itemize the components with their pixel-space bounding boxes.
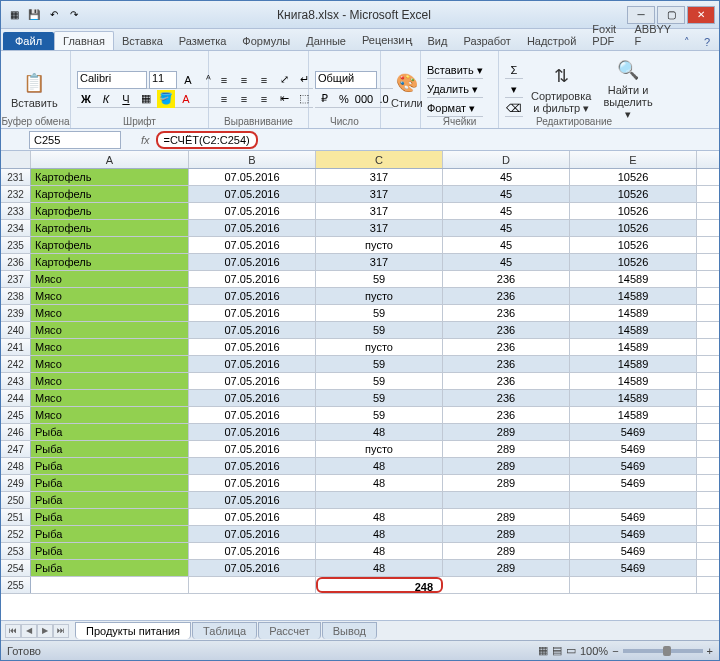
row-header[interactable]: 248 (1, 458, 31, 474)
cell[interactable]: 14589 (570, 271, 697, 287)
align-left-icon[interactable]: ≡ (215, 90, 233, 108)
row-header[interactable]: 241 (1, 339, 31, 355)
cell[interactable]: 07.05.2016 (189, 407, 316, 423)
cell[interactable]: Мясо (31, 305, 189, 321)
align-right-icon[interactable]: ≡ (255, 90, 273, 108)
cell[interactable]: Картофель (31, 203, 189, 219)
cell[interactable]: пусто (316, 441, 443, 457)
cell[interactable]: 236 (443, 339, 570, 355)
cell[interactable]: 48 (316, 475, 443, 491)
cell[interactable]: 289 (443, 424, 570, 440)
result-cell[interactable]: 248 (316, 577, 443, 593)
cell[interactable]: 59 (316, 271, 443, 287)
cell[interactable]: 45 (443, 237, 570, 253)
sheet-tab-1[interactable]: Продукты питания (75, 622, 191, 639)
cell[interactable]: Картофель (31, 169, 189, 185)
cell[interactable]: 289 (443, 441, 570, 457)
col-header-d[interactable]: D (443, 151, 570, 168)
select-all-corner[interactable] (1, 151, 31, 168)
cell[interactable]: Рыба (31, 560, 189, 576)
underline-button[interactable]: Ч (117, 90, 135, 108)
orientation-icon[interactable]: ⤢ (275, 71, 293, 89)
tab-dev[interactable]: Разработ (455, 32, 518, 50)
cell[interactable] (316, 492, 443, 508)
cell[interactable]: 07.05.2016 (189, 356, 316, 372)
align-mid-icon[interactable]: ≡ (235, 71, 253, 89)
cell[interactable]: 07.05.2016 (189, 543, 316, 559)
cell[interactable]: 10526 (570, 203, 697, 219)
cell[interactable]: пусто (316, 288, 443, 304)
cell[interactable]: 07.05.2016 (189, 373, 316, 389)
cell[interactable]: пусто (316, 339, 443, 355)
fx-icon[interactable]: fx (141, 134, 150, 146)
cell[interactable]: 14589 (570, 407, 697, 423)
cell[interactable]: 07.05.2016 (189, 339, 316, 355)
cell[interactable]: 317 (316, 186, 443, 202)
row-header[interactable]: 252 (1, 526, 31, 542)
row-header[interactable]: 254 (1, 560, 31, 576)
row-header[interactable]: 240 (1, 322, 31, 338)
row-header[interactable]: 255 (1, 577, 31, 593)
tab-review[interactable]: Рецензиң (354, 31, 420, 50)
cell[interactable]: 10526 (570, 220, 697, 236)
cell[interactable]: 14589 (570, 322, 697, 338)
cell[interactable]: 07.05.2016 (189, 271, 316, 287)
tab-home[interactable]: Главная (54, 31, 114, 50)
cell[interactable]: Мясо (31, 322, 189, 338)
fill-icon[interactable]: ▾ (505, 80, 523, 98)
align-bot-icon[interactable]: ≡ (255, 71, 273, 89)
cell[interactable]: 10526 (570, 186, 697, 202)
cell[interactable]: 236 (443, 288, 570, 304)
cell[interactable]: 59 (316, 305, 443, 321)
cell[interactable]: 07.05.2016 (189, 492, 316, 508)
tab-abbyy[interactable]: ABBYY F (627, 20, 680, 50)
cell[interactable]: 07.05.2016 (189, 169, 316, 185)
cell[interactable]: 48 (316, 424, 443, 440)
cell[interactable]: 236 (443, 373, 570, 389)
cell[interactable]: 07.05.2016 (189, 220, 316, 236)
cell[interactable]: 59 (316, 322, 443, 338)
cell[interactable]: Картофель (31, 186, 189, 202)
cell[interactable]: 45 (443, 186, 570, 202)
cell[interactable]: Мясо (31, 288, 189, 304)
cell[interactable]: 5469 (570, 509, 697, 525)
cell[interactable]: 07.05.2016 (189, 254, 316, 270)
cell[interactable]: 10526 (570, 254, 697, 270)
sheet-first-icon[interactable]: ⏮ (5, 624, 21, 638)
cell[interactable]: Рыба (31, 543, 189, 559)
align-top-icon[interactable]: ≡ (215, 71, 233, 89)
row-header[interactable]: 253 (1, 543, 31, 559)
sheet-tab-4[interactable]: Вывод (322, 622, 377, 639)
insert-cells-button[interactable]: Вставить ▾ (427, 64, 483, 77)
cell[interactable]: 5469 (570, 560, 697, 576)
row-header[interactable]: 231 (1, 169, 31, 185)
cell[interactable]: 48 (316, 543, 443, 559)
help-icon[interactable]: ? (699, 34, 715, 50)
view-break-icon[interactable]: ▭ (566, 644, 576, 657)
cell[interactable] (443, 492, 570, 508)
cell[interactable]: 45 (443, 169, 570, 185)
view-layout-icon[interactable]: ▤ (552, 644, 562, 657)
tab-foxit[interactable]: Foxit PDF (584, 20, 626, 50)
font-color-icon[interactable]: A (177, 90, 195, 108)
cell[interactable]: 48 (316, 560, 443, 576)
cell[interactable]: Мясо (31, 373, 189, 389)
cell[interactable]: 289 (443, 543, 570, 559)
number-format-select[interactable]: Общий (315, 71, 377, 89)
cell[interactable]: 14589 (570, 288, 697, 304)
cell[interactable]: Картофель (31, 237, 189, 253)
sheet-next-icon[interactable]: ▶ (37, 624, 53, 638)
cell[interactable]: 289 (443, 560, 570, 576)
row-header[interactable]: 235 (1, 237, 31, 253)
find-select-button[interactable]: 🔍Найти и выделить ▾ (599, 56, 656, 123)
cell[interactable]: Рыба (31, 441, 189, 457)
row-header[interactable]: 244 (1, 390, 31, 406)
cell[interactable]: 5469 (570, 475, 697, 491)
row-header[interactable]: 237 (1, 271, 31, 287)
cell[interactable]: 10526 (570, 237, 697, 253)
tab-layout[interactable]: Разметка (171, 32, 235, 50)
file-tab[interactable]: Файл (3, 32, 54, 50)
bold-button[interactable]: Ж (77, 90, 95, 108)
cell[interactable]: 07.05.2016 (189, 237, 316, 253)
row-header[interactable]: 233 (1, 203, 31, 219)
